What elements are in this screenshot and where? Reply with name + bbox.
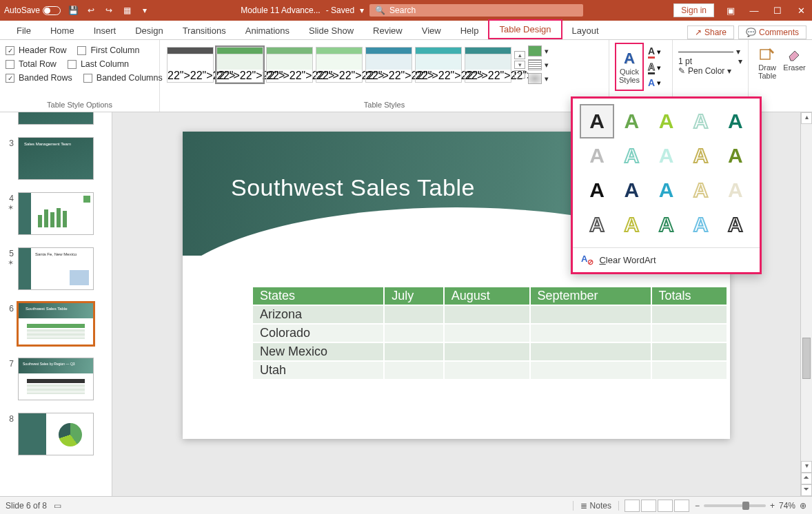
table-style-option[interactable]: 22">22">22"> <box>415 47 462 83</box>
wordart-style-option[interactable]: A <box>720 209 751 240</box>
tab-animations[interactable]: Animations <box>236 22 299 39</box>
pen-style-button[interactable]: ▾ <box>678 47 742 56</box>
table-cell[interactable] <box>530 324 651 342</box>
tab-table-design[interactable]: Table Design <box>488 19 562 39</box>
zoom-slider[interactable] <box>704 504 766 507</box>
wordart-style-option[interactable]: A <box>685 140 717 172</box>
save-icon[interactable]: 💾 <box>68 5 79 16</box>
wordart-style-option[interactable]: A <box>685 174 717 206</box>
title-dropdown-icon[interactable]: ▾ <box>360 6 364 15</box>
check-total-row[interactable]: Total Row <box>6 59 57 69</box>
minimize-icon[interactable]: — <box>747 3 761 17</box>
shading-button[interactable]: ▾ <box>528 45 549 56</box>
table-cell[interactable] <box>651 324 727 342</box>
clear-wordart-button[interactable]: A⊘ Clear WordArt <box>573 247 760 272</box>
check-first-column[interactable]: First Column <box>77 45 139 55</box>
text-fill-button[interactable]: A▾ <box>648 45 661 59</box>
tab-insert[interactable]: Insert <box>84 22 126 39</box>
text-outline-button[interactable]: A▾ <box>648 61 661 74</box>
vertical-scrollbar[interactable]: ▴ ▾ ⏶ ⏷ <box>800 112 812 496</box>
thumbnail-slide-6[interactable]: Southwest Sales Table <box>18 302 94 345</box>
qat-more-icon[interactable]: ▾ <box>139 5 150 16</box>
table-cell[interactable] <box>384 324 443 342</box>
search-input[interactable] <box>389 6 555 15</box>
check-header-row[interactable]: Header Row <box>6 45 66 55</box>
wordart-style-option[interactable]: A <box>720 174 751 206</box>
scroll-down-icon[interactable]: ▾ <box>801 461 812 473</box>
wordart-style-option[interactable]: A <box>685 105 717 137</box>
tab-help[interactable]: Help <box>451 22 489 39</box>
pen-weight-button[interactable]: 1 pt▾ <box>678 56 742 66</box>
borders-button[interactable]: ▾ <box>528 59 549 70</box>
view-normal-icon[interactable] <box>625 500 640 512</box>
table-cell[interactable] <box>384 305 443 324</box>
table-cell[interactable] <box>384 361 443 379</box>
present-icon[interactable]: ▦ <box>121 5 132 16</box>
maximize-icon[interactable]: ☐ <box>771 3 784 17</box>
table-cell[interactable] <box>530 305 651 324</box>
table-cell[interactable] <box>384 342 443 361</box>
wordart-style-option[interactable]: A <box>581 140 613 172</box>
tab-home[interactable]: Home <box>41 22 84 39</box>
thumbnail-slide-7[interactable]: Southwest Sales by Region — Q3 <box>18 358 94 400</box>
view-sorter-icon[interactable] <box>641 500 656 512</box>
wordart-style-option[interactable]: A <box>650 105 682 137</box>
thumbnail-slide-8[interactable] <box>18 413 94 455</box>
wordart-style-option[interactable]: A <box>581 209 613 240</box>
check-banded-rows[interactable]: Banded Rows <box>6 73 72 83</box>
tab-layout[interactable]: Layout <box>562 22 609 39</box>
view-slideshow-icon[interactable] <box>674 500 689 512</box>
pen-color-button[interactable]: ✎Pen Color▾ <box>678 66 742 76</box>
wordart-style-option[interactable]: A <box>616 174 647 206</box>
zoom-value[interactable]: 74% <box>779 501 795 511</box>
fit-to-window-icon[interactable]: ⊕ <box>800 501 806 511</box>
table-cell[interactable] <box>530 342 651 361</box>
table-cell[interactable] <box>444 305 530 324</box>
prev-slide-icon[interactable]: ⏶ <box>801 473 812 484</box>
autosave-toggle[interactable]: AutoSave <box>4 6 61 15</box>
ribbon-display-icon[interactable]: ▣ <box>724 3 738 17</box>
tab-view[interactable]: View <box>412 22 451 39</box>
table-cell[interactable]: Arizona <box>253 305 384 324</box>
tab-transitions[interactable]: Transitions <box>173 22 236 39</box>
accessibility-icon[interactable]: ▭ <box>54 501 61 511</box>
wordart-style-option[interactable]: A <box>616 105 647 137</box>
sales-table[interactable]: StatesJulyAugustSeptemberTotals ArizonaC… <box>253 287 728 379</box>
table-style-option[interactable]: 22">22">22"> <box>216 47 263 83</box>
tab-design[interactable]: Design <box>125 22 172 39</box>
table-cell[interactable] <box>651 361 727 379</box>
table-style-option[interactable]: 22">22">22"> <box>266 47 313 83</box>
table-cell[interactable] <box>651 305 727 324</box>
table-header-cell[interactable]: September <box>530 287 651 305</box>
table-style-option[interactable]: 22">22">22"> <box>316 47 363 83</box>
notes-button[interactable]: ≣Notes <box>573 501 619 511</box>
table-cell[interactable]: New Mexico <box>253 342 384 361</box>
gallery-scroll[interactable]: ▴▾▿ <box>514 51 525 79</box>
tab-review[interactable]: Review <box>363 22 412 39</box>
thumbnail-slide-5[interactable]: Santa Fe, New Mexico <box>18 247 94 290</box>
redo-icon[interactable]: ↪ <box>103 5 114 16</box>
table-header-cell[interactable]: Totals <box>651 287 727 305</box>
sign-in-button[interactable]: Sign in <box>673 3 714 17</box>
table-header-cell[interactable]: July <box>384 287 443 305</box>
search-box[interactable]: 🔍 <box>369 4 583 17</box>
tab-file[interactable]: File <box>7 22 41 39</box>
thumbnail-slide-4[interactable] <box>18 192 94 235</box>
table-cell[interactable] <box>444 342 530 361</box>
wordart-style-option[interactable]: A <box>616 140 647 172</box>
slide-title[interactable]: Southwest Sales Table <box>231 174 475 201</box>
scroll-thumb[interactable] <box>802 338 811 379</box>
table-cell[interactable]: Utah <box>253 361 384 379</box>
table-style-option[interactable]: 22">22">22"> <box>365 47 412 83</box>
check-last-column[interactable]: Last Column <box>68 59 129 69</box>
comments-button[interactable]: 💬Comments <box>738 25 806 39</box>
table-cell[interactable] <box>444 324 530 342</box>
table-style-option[interactable]: 22">22">22"> <box>167 47 214 83</box>
table-header-cell[interactable]: States <box>253 287 384 305</box>
wordart-style-option[interactable]: A <box>616 209 647 240</box>
zoom-out-icon[interactable]: − <box>695 501 700 511</box>
quick-styles-button[interactable]: A Quick Styles <box>615 43 644 91</box>
draw-table-button[interactable]: Draw Table <box>758 45 776 80</box>
zoom-in-icon[interactable]: + <box>770 501 775 511</box>
table-styles-gallery[interactable]: 22">22">22">22">22">22">22">22">22">22">… <box>165 43 513 87</box>
